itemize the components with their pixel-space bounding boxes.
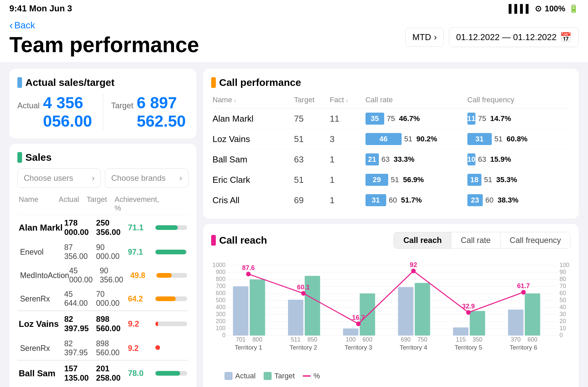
call-freq-max: 63 (478, 155, 486, 164)
svg-rect-54 (470, 311, 485, 336)
svg-rect-49 (415, 283, 430, 336)
wifi-icon: ⊙ (535, 4, 542, 13)
svg-text:Territory 2: Territory 2 (290, 344, 317, 351)
mtd-button[interactable]: MTD › (405, 28, 444, 47)
choose-users-button[interactable]: Choose users › (17, 168, 101, 188)
brand-target: 898 560.00 (96, 339, 128, 357)
right-panel: Call performance Name ↓ Target Fact ↓ (203, 69, 579, 387)
list-item: SerenRx 45 644.00 70 000.00 64.2 (17, 287, 188, 310)
actual-label: Actual (17, 101, 40, 110)
brand-actual: 82 397.95 (64, 339, 96, 357)
call-rate-max: 60 (389, 196, 397, 205)
date-range-button[interactable]: 01.12.2022 — 01.12.2022 📅 (449, 27, 579, 47)
svg-rect-34 (250, 279, 265, 336)
col-target: Target (87, 195, 115, 213)
call-freq-bar-group: 23 60 38.3% (467, 194, 569, 206)
col-name-header: Name ↓ (212, 96, 294, 104)
tab-call-reach[interactable]: Call reach (394, 232, 451, 248)
choose-brands-button[interactable]: Choose brands › (105, 168, 188, 188)
call-freq-pct: 14.7% (490, 114, 511, 123)
chevron-brands-icon: › (179, 173, 182, 183)
tab-call-frequency[interactable]: Call frequency (500, 232, 570, 248)
svg-text:40: 40 (560, 304, 566, 310)
actual-sales-title: Actual sales/target (25, 77, 115, 88)
svg-point-71 (466, 310, 471, 315)
svg-text:700: 700 (216, 283, 226, 289)
tab-call-rate[interactable]: Call rate (451, 232, 500, 248)
brand-achievement: 97.1 (128, 248, 155, 257)
svg-text:750: 750 (418, 336, 427, 343)
legend-pct-label: % (313, 372, 320, 380)
brand-name: MedIntoAction (19, 271, 69, 280)
call-freq-pct: 60.8% (506, 135, 527, 143)
chevron-left-icon: ‹ (9, 19, 13, 31)
brand-actual: 45 000.00 (69, 266, 100, 284)
svg-text:800: 800 (253, 336, 262, 343)
brand-achievement: 9.2 (128, 344, 155, 353)
svg-text:370: 370 (511, 336, 521, 343)
page-title: Team performance (9, 34, 199, 55)
call-target-val: 51 (294, 134, 330, 144)
svg-point-65 (301, 291, 306, 296)
call-person-name: Loz Vains (212, 134, 294, 144)
svg-rect-38 (288, 300, 303, 336)
person-progress (155, 371, 187, 376)
call-rate-max: 51 (391, 175, 399, 184)
svg-text:Territory 1: Territory 1 (235, 344, 262, 351)
brand-target: 90 356.00 (100, 266, 131, 284)
status-time: 9:41 Mon Jun 3 (9, 3, 72, 14)
svg-rect-59 (525, 293, 540, 336)
call-person-name: Eric Clark (212, 175, 294, 185)
person-progress (155, 225, 187, 230)
table-row: Alan Markl 75 11 35 75 46.7% 11 75 14.7% (211, 109, 571, 129)
call-perf-indicator (211, 77, 216, 88)
table-row: Ball Sam 157 135.00 201 258.00 78.0 Enev… (17, 361, 188, 387)
svg-text:701: 701 (236, 336, 246, 343)
svg-text:900: 900 (216, 269, 226, 275)
target-label: Target (111, 101, 134, 110)
person-actual: 178 000.00 (64, 218, 96, 237)
list-item: Enevol 87 356.00 90 000.00 97.1 (17, 240, 188, 264)
call-reach-label: Call reach (219, 235, 267, 246)
call-rate-max: 75 (387, 114, 395, 123)
call-rate-pct: 33.3% (394, 155, 414, 164)
brand-progress-bar (155, 296, 187, 301)
call-target-val: 69 (294, 195, 330, 206)
sort-fact-icon: ↓ (345, 97, 348, 104)
svg-text:800: 800 (216, 276, 226, 282)
table-row: Loz Vains 82 397.95 898 560.00 9.2 Seren… (17, 311, 188, 361)
call-perf-body: Alan Markl 75 11 35 75 46.7% 11 75 14.7%… (211, 109, 571, 211)
svg-text:100: 100 (560, 262, 569, 268)
actual-value: 4 356 056.00 (43, 94, 95, 130)
person-name: Alan Markl (19, 223, 64, 233)
svg-text:60: 60 (560, 290, 566, 296)
svg-text:Territory 3: Territory 3 (345, 344, 373, 351)
person-target: 201 258.00 (96, 364, 128, 383)
svg-text:Territory 4: Territory 4 (400, 344, 427, 351)
svg-text:Territory 5: Territory 5 (455, 344, 482, 351)
call-rate-max: 63 (382, 155, 390, 164)
svg-text:0: 0 (222, 332, 226, 339)
person-main-row: Alan Markl 178 000.00 250 356.00 71.1 (17, 215, 188, 240)
svg-rect-48 (398, 287, 413, 336)
calendar-icon: 📅 (560, 32, 572, 43)
call-performance-card: Call performance Name ↓ Target Fact ↓ (203, 69, 579, 219)
call-rate-bar: 21 (365, 153, 379, 165)
svg-text:850: 850 (307, 336, 317, 343)
call-freq-pct: 38.3% (497, 196, 518, 205)
call-freq-bar: 18 (467, 174, 481, 186)
svg-text:87.6: 87.6 (242, 264, 255, 271)
brand-actual: 87 356.00 (64, 243, 96, 261)
call-freq-bar: 31 (467, 133, 492, 145)
call-rate-bar-group: 29 51 56.9% (365, 174, 467, 186)
back-button[interactable]: ‹ Back (9, 19, 199, 31)
col-actual: Actual (59, 195, 87, 213)
call-fact-val: 1 (330, 154, 365, 165)
call-rate-bar: 46 (365, 133, 402, 145)
choose-brands-label: Choose brands (111, 173, 166, 183)
legend-target-box (264, 372, 272, 380)
header-left: ‹ Back Team performance (9, 19, 199, 55)
svg-point-69 (411, 269, 416, 273)
date-range-label: 01.12.2022 — 01.12.2022 (456, 32, 557, 42)
call-rate-pct: 51.7% (401, 196, 422, 205)
